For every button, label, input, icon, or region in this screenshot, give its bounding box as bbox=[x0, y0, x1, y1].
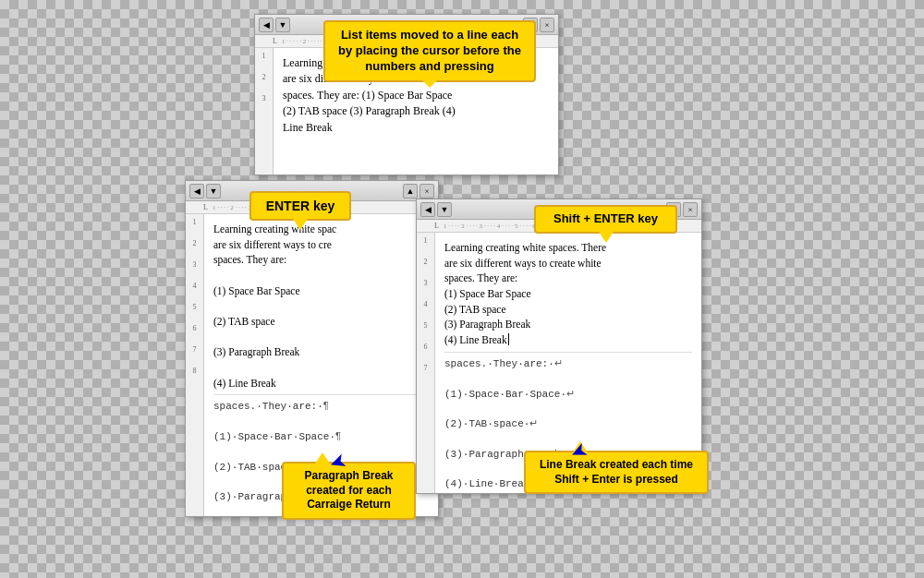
shift-mark-2: (2)·TAB·space·↵ bbox=[444, 416, 692, 432]
enter-sidebar: 1 2 3 4 5 6 7 8 bbox=[186, 214, 204, 516]
shift-normal-6: (4) Line Break bbox=[444, 332, 692, 348]
shift-normal-3: (1) Space Bar Space bbox=[444, 286, 692, 302]
shift-toolbar-btn-1[interactable]: ◀ bbox=[420, 202, 435, 217]
callout-line-break: Line Break created each time Shift + Ent… bbox=[524, 451, 709, 494]
enter-normal-6: (2) TAB space bbox=[213, 314, 429, 330]
enter-separator bbox=[213, 394, 429, 395]
enter-normal-3 bbox=[213, 268, 429, 283]
callout-enter-key: ENTER key bbox=[249, 191, 351, 221]
enter-normal-7 bbox=[213, 330, 429, 345]
top-sidebar: 1 2 3 bbox=[255, 48, 274, 175]
shift-normal-1: are six different ways to create white bbox=[444, 256, 692, 271]
callout-shift-text: Shift + ENTER key bbox=[553, 211, 658, 225]
enter-toolbar-btn-1[interactable]: ◀ bbox=[189, 184, 204, 199]
enter-normal-5 bbox=[213, 298, 429, 314]
main-container: ◀ ▼ ▲ × L 1 · · · · · 2 · · · · · 3 · · … bbox=[0, 0, 924, 578]
shift-enter-window: ◀ ▼ ▲ × L 1 · · · · 2 · · · · 3 · · · · … bbox=[416, 199, 702, 494]
callout-top-text: List items moved to a line each by placi… bbox=[338, 28, 521, 73]
callout-linebreak-text: Line Break created each time Shift + Ent… bbox=[540, 458, 693, 486]
top-line-3: spaces. They are: (1) Space Bar Space bbox=[283, 88, 549, 103]
enter-normal-9 bbox=[213, 360, 429, 376]
toolbar-icon-1[interactable]: ◀ bbox=[259, 18, 274, 32]
enter-toolbar-btn-2[interactable]: ▼ bbox=[206, 184, 221, 199]
enter-normal-1: are six different ways to cre bbox=[213, 237, 429, 253]
enter-mark-0: spaces.·They·are:·¶ bbox=[213, 399, 429, 415]
shift-separator bbox=[444, 352, 692, 353]
toolbar-icon-4[interactable]: × bbox=[540, 18, 554, 32]
toolbar-icon-2[interactable]: ▼ bbox=[275, 18, 290, 32]
shift-toolbar-btn-2[interactable]: ▼ bbox=[437, 202, 452, 217]
shift-normal-4: (2) TAB space bbox=[444, 302, 692, 318]
callout-enter-text: ENTER key bbox=[266, 199, 335, 213]
enter-normal-4: (1) Space Bar Space bbox=[213, 283, 429, 299]
callout-para-text: Paragraph Break created for each Carraig… bbox=[304, 469, 393, 511]
shift-sidebar: 1 2 3 4 5 6 7 bbox=[417, 233, 435, 493]
shift-normal-0: Learning creating white spaces. There bbox=[444, 240, 692, 256]
callout-top: List items moved to a line each by placi… bbox=[323, 20, 536, 82]
callout-shift-key: Shift + ENTER key bbox=[534, 205, 677, 234]
shift-normal-5: (3) Paragraph Break bbox=[444, 317, 692, 332]
shift-mark-0: spaces.·They·are:·↵ bbox=[444, 356, 692, 372]
enter-normal-0: Learning creating white spac bbox=[213, 222, 429, 237]
enter-mark-1: (1)·Space·Bar·Space·¶ bbox=[213, 429, 429, 445]
enter-normal-8: (3) Paragraph Break bbox=[213, 344, 429, 360]
top-line-5: Line Break bbox=[283, 120, 549, 136]
shift-normal-2: spaces. They are: bbox=[444, 271, 692, 286]
enter-toolbar-btn-3[interactable]: ▲ bbox=[403, 184, 418, 199]
shift-toolbar-btn-4[interactable]: × bbox=[683, 202, 698, 217]
enter-normal-2: spaces. They are: bbox=[213, 252, 429, 268]
top-line-4: (2) TAB space (3) Paragraph Break (4) bbox=[283, 103, 549, 119]
shift-mark-1: (1)·Space·Bar·Space·↵ bbox=[444, 387, 692, 403]
enter-toolbar-btn-4[interactable]: × bbox=[419, 184, 434, 199]
enter-normal-10: (4) Line Break bbox=[213, 376, 429, 391]
